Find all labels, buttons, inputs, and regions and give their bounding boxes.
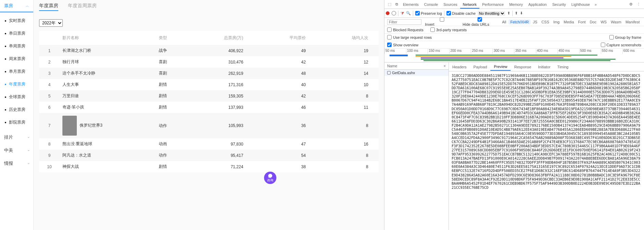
filter-pill-font[interactable]: Font <box>576 20 587 24</box>
devtools-tab-sources[interactable]: Sources <box>441 1 460 8</box>
record-icon[interactable] <box>386 11 390 15</box>
sidebar-item-3[interactable]: 周末票房 <box>0 53 33 65</box>
table-row[interactable]: 10神探大战剧情71,224388 <box>39 161 379 172</box>
network-timeline[interactable]: 50 ms100 ms150 ms200 ms250 ms300 ms350 m… <box>384 49 644 62</box>
table-row[interactable]: 9阿凡达：水之道动作95,417548 <box>39 150 379 161</box>
clear-icon[interactable] <box>392 11 396 15</box>
timeline-tick: 250 ms <box>471 49 492 54</box>
timeline-tick: 450 ms <box>558 49 579 54</box>
devtools-tab-application[interactable]: Application <box>526 1 550 8</box>
people-cell: 16 <box>316 138 379 150</box>
filter-pill-img[interactable]: Img <box>552 20 561 24</box>
settings-gear-icon[interactable]: ⚙ <box>627 1 635 8</box>
hide-data-urls-checkbox[interactable]: Hide data URLs <box>463 17 497 26</box>
detail-tab-timing[interactable]: Timing <box>554 64 572 70</box>
devtools-tab-security[interactable]: Security <box>549 1 569 8</box>
sidebar-item-7[interactable]: 历史票房 <box>0 103 33 116</box>
inspect-icon[interactable]: ⬚ <box>386 1 393 8</box>
more-tabs-icon[interactable]: » <box>593 1 599 8</box>
detail-tab-headers[interactable]: Headers <box>449 64 470 70</box>
filter-icon[interactable]: ⧩ <box>401 11 404 16</box>
thirdparty-checkbox[interactable]: 3rd-party requests <box>430 27 467 32</box>
upload-icon[interactable]: ⬆ <box>515 11 518 15</box>
col-header-3: 总票房(万) <box>185 31 253 45</box>
sidebar-item-2[interactable]: 单周票房 <box>0 40 33 53</box>
filter-pill-media[interactable]: Media <box>562 20 576 24</box>
content-tab-0[interactable]: 年度票房 <box>39 3 58 11</box>
sidebar-item-4[interactable]: 单月票房 <box>0 65 33 78</box>
sidebar-section-1[interactable]: 中美› <box>0 144 33 157</box>
rank-cell: 5 <box>39 90 60 102</box>
table-row[interactable]: 3这个杀手不太冷静喜剧262,9194814 <box>39 68 379 79</box>
filter-pill-manifest[interactable]: Manifest <box>624 20 642 24</box>
preserve-log-checkbox[interactable]: Preserve log <box>415 11 442 15</box>
name-cell: 万里归途 <box>60 90 156 102</box>
type-cell: 喜剧 <box>156 68 185 79</box>
filter-pill-other[interactable]: Other <box>642 20 644 24</box>
people-cell: 8 <box>316 150 379 161</box>
bullet-icon <box>5 46 6 47</box>
movie-name: 侏罗纪世界3 <box>80 123 103 128</box>
section-label: 情报 <box>4 160 13 166</box>
filter-pill-js[interactable]: JS <box>531 20 539 24</box>
timeline-tick: 50 ms <box>384 49 406 54</box>
capture-screenshots-checkbox[interactable]: Capture screenshots <box>601 43 642 47</box>
bullet-icon <box>5 20 6 22</box>
close-icon[interactable]: × <box>444 64 446 68</box>
devtools-tab-console[interactable]: Console <box>421 1 441 8</box>
sidebar-header-boxoffice[interactable]: 票房 ︿ <box>0 0 33 12</box>
filter-pill-doc[interactable]: Doc <box>588 20 598 24</box>
invert-checkbox[interactable]: Invert <box>425 17 459 26</box>
rank-cell: 8 <box>39 138 60 150</box>
filter-pill-fetchxhr[interactable]: Fetch/XHR <box>509 20 530 24</box>
table-row[interactable]: 2独行月球喜剧310,4764212 <box>39 56 379 68</box>
chat-support-button[interactable]: 咨询 <box>264 172 276 184</box>
table-row[interactable]: 8熊出没·重返地球动画97,8304716 <box>39 138 379 150</box>
sidebar-item-6[interactable]: 全球票房 <box>0 91 33 103</box>
table-row[interactable]: 7侏罗纪世界3动作105,993368 <box>39 113 379 138</box>
sidebar-item-1[interactable]: 单日票房 <box>0 27 33 40</box>
disable-cache-checkbox[interactable]: Disable cache <box>446 11 476 15</box>
sidebar-item-label: 历史票房 <box>9 107 25 113</box>
sidebar-item-8[interactable]: 影院票房 <box>0 116 33 129</box>
table-row[interactable]: 4人生大事剧情171,3164010 <box>39 79 379 90</box>
download-icon[interactable]: ⬇ <box>520 11 523 15</box>
devtools-tab-elements[interactable]: Elements <box>400 1 421 8</box>
device-toolbar-icon[interactable]: ⧉ <box>393 1 400 8</box>
requests-header: Name × <box>384 62 449 70</box>
devtools-tab-memory[interactable]: Memory <box>506 1 526 8</box>
price-cell: 49 <box>253 45 316 56</box>
year-select[interactable]: 2022年 <box>39 19 63 27</box>
large-rows-checkbox[interactable]: Use large request rows <box>387 35 432 39</box>
table-row[interactable]: 1长津湖之水门桥战争406,9224919 <box>39 45 379 56</box>
wifi-icon[interactable]: ⬆ <box>507 11 510 15</box>
filter-pill-css[interactable]: CSS <box>540 20 551 24</box>
filter-pill-ws[interactable]: WS <box>599 20 608 24</box>
sidebar-section-2[interactable]: 情报› <box>0 157 33 170</box>
detail-tab-initiator[interactable]: Initiator <box>535 64 554 70</box>
group-frame-checkbox[interactable]: Group by frame <box>609 35 641 39</box>
table-row[interactable]: 6奇迹·笨小孩剧情137,9934611 <box>39 102 379 113</box>
search-icon[interactable]: 🔍 <box>406 11 411 15</box>
sidebar-item-0[interactable]: 实时票房 <box>0 14 33 27</box>
detail-tab-preview[interactable]: Preview <box>490 63 511 71</box>
sidebar-item-5[interactable]: 年度票房 <box>0 78 33 91</box>
table-row[interactable]: 5万里归途剧情159,305428 <box>39 90 379 102</box>
request-row[interactable]: GetData.ashx <box>384 70 449 76</box>
content-tab-1[interactable]: 年度首周票房 <box>68 3 97 11</box>
show-overview-checkbox[interactable]: Show overview <box>387 43 418 47</box>
people-cell: 8 <box>316 161 379 172</box>
filter-pill-all[interactable]: All <box>500 20 508 24</box>
devtools-tab-network[interactable]: Network <box>460 1 479 9</box>
filter-pill-wasm[interactable]: Wasm <box>609 20 623 24</box>
detail-tab-payload[interactable]: Payload <box>470 64 491 70</box>
people-cell: 8 <box>316 90 379 102</box>
throttling-select[interactable]: No throttling <box>478 11 505 16</box>
devtools-menu-icon[interactable]: ⋮ <box>635 1 643 8</box>
detail-tab-response[interactable]: Response <box>511 64 535 70</box>
sidebar-section-0[interactable]: 排片› <box>0 131 33 144</box>
filter-input[interactable] <box>387 19 421 25</box>
devtools-tab-lighthouse[interactable]: Lighthouse <box>569 1 593 8</box>
blocked-requests-checkbox[interactable]: Blocked Requests <box>387 27 424 32</box>
devtools-tab-performance[interactable]: Performance <box>479 1 506 8</box>
